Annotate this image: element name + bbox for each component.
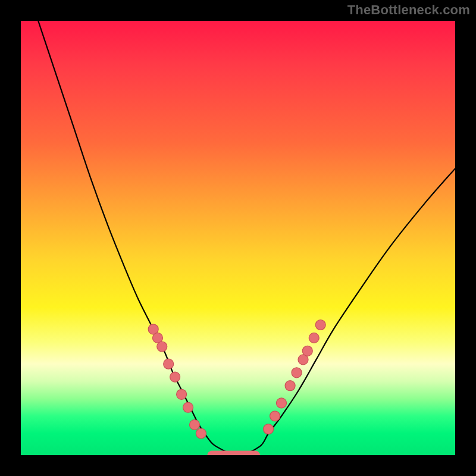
marker-left-4 (170, 372, 180, 382)
optimal-range-bar (208, 451, 260, 455)
marker-right-7 (309, 333, 319, 343)
marker-right-3 (285, 381, 295, 391)
marker-right-8 (315, 320, 325, 330)
watermark-text: TheBottleneck.com (347, 2, 470, 18)
markers-right-group (264, 320, 326, 434)
plot-area (21, 21, 455, 455)
marker-right-4 (292, 368, 302, 378)
marker-right-0 (264, 424, 274, 434)
curve-layer (21, 21, 455, 455)
marker-left-5 (177, 389, 187, 399)
marker-left-7 (190, 419, 200, 430)
marker-right-6 (302, 346, 312, 356)
marker-left-3 (164, 359, 174, 369)
markers-left-group (148, 324, 206, 439)
marker-left-6 (183, 402, 193, 412)
marker-left-2 (157, 342, 167, 352)
chart-frame: TheBottleneck.com (0, 0, 476, 476)
bottleneck-curve (38, 21, 455, 455)
marker-right-2 (277, 398, 287, 408)
marker-left-8 (196, 428, 206, 439)
marker-right-1 (270, 411, 280, 421)
